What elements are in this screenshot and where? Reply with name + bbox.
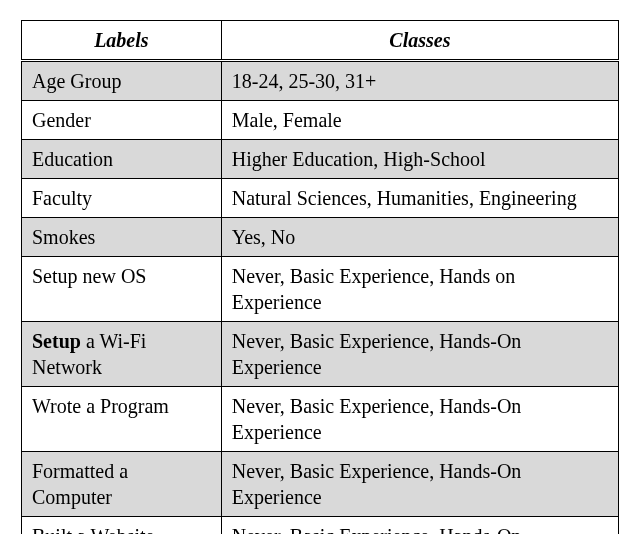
table-row: Education Higher Education, High-School	[22, 140, 619, 179]
label-faculty: Faculty	[22, 179, 222, 218]
table-row: Setup a Wi-Fi Network Never, Basic Exper…	[22, 322, 619, 387]
label-formatted-computer: Formatted a Computer	[22, 452, 222, 517]
classes-smokes: Yes, No	[221, 218, 618, 257]
header-row: Labels Classes	[22, 21, 619, 61]
table-row: Built a Website Never, Basic Experience,…	[22, 517, 619, 535]
table-row: Gender Male, Female	[22, 101, 619, 140]
label-smokes: Smokes	[22, 218, 222, 257]
data-table: Labels Classes Age Group 18-24, 25-30, 3…	[21, 20, 619, 534]
label-setup-wifi: Setup a Wi-Fi Network	[22, 322, 222, 387]
header-classes: Classes	[221, 21, 618, 61]
label-age-group: Age Group	[22, 61, 222, 101]
label-setup-wifi-bold: Setup	[32, 330, 81, 352]
classes-age-group: 18-24, 25-30, 31+	[221, 61, 618, 101]
classes-wrote-program: Never, Basic Experience, Hands-On Experi…	[221, 387, 618, 452]
table-row: Formatted a Computer Never, Basic Experi…	[22, 452, 619, 517]
table-row: Wrote a Program Never, Basic Experience,…	[22, 387, 619, 452]
table-row: Smokes Yes, No	[22, 218, 619, 257]
classes-setup-wifi: Never, Basic Experience, Hands-On Experi…	[221, 322, 618, 387]
table-row: Age Group 18-24, 25-30, 31+	[22, 61, 619, 101]
label-education: Education	[22, 140, 222, 179]
classes-faculty: Natural Sciences, Humanities, Engineerin…	[221, 179, 618, 218]
label-setup-os: Setup new OS	[22, 257, 222, 322]
label-gender: Gender	[22, 101, 222, 140]
classes-setup-os: Never, Basic Experience, Hands on Experi…	[221, 257, 618, 322]
table-row: Setup new OS Never, Basic Experience, Ha…	[22, 257, 619, 322]
label-wrote-program: Wrote a Program	[22, 387, 222, 452]
classes-formatted-computer: Never, Basic Experience, Hands-On Experi…	[221, 452, 618, 517]
label-built-website: Built a Website	[22, 517, 222, 535]
classes-built-website: Never, Basic Experience, Hands-On Experi…	[221, 517, 618, 535]
classes-education: Higher Education, High-School	[221, 140, 618, 179]
table-row: Faculty Natural Sciences, Humanities, En…	[22, 179, 619, 218]
header-labels: Labels	[22, 21, 222, 61]
classes-gender: Male, Female	[221, 101, 618, 140]
